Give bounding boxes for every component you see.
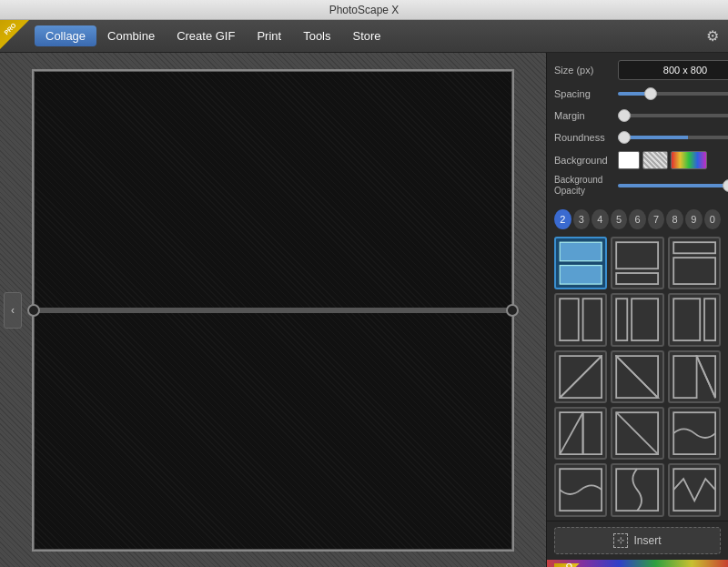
menu-item-print[interactable]: Print — [246, 25, 292, 46]
insert-button[interactable]: ⊹ Insert — [554, 527, 721, 554]
layout-2-wave3[interactable] — [611, 463, 663, 516]
svg-rect-5 — [673, 258, 715, 284]
controls-section: Size (px) % PX Spacing 25 ▲ ▼ Margin — [547, 53, 728, 206]
pro-badge: PRO — [0, 20, 29, 49]
roundness-slider[interactable] — [618, 136, 728, 139]
svg-marker-13 — [560, 356, 602, 398]
svg-rect-10 — [673, 299, 700, 341]
menubar: PRO Collage Combine Create GIF Print Too… — [0, 20, 728, 53]
roundness-row: Roundness 0 ▲ ▼ — [554, 129, 721, 146]
layout-2-equal-v[interactable] — [554, 293, 607, 346]
menu-item-tools[interactable]: Tools — [292, 25, 341, 46]
menu-item-store[interactable]: Store — [342, 25, 392, 46]
drag-handle-left[interactable] — [27, 304, 40, 317]
main-layout: ‹ Size (px) % PX Spacing — [0, 53, 728, 567]
spacing-row: Spacing 25 ▲ ▼ — [554, 86, 721, 102]
roundness-label: Roundness — [554, 132, 618, 143]
margin-label: Margin — [554, 110, 618, 121]
bg-white-swatch[interactable] — [618, 151, 640, 169]
pro-banner[interactable]: PRO PhotoScape X Pro version www.dearu.c… — [547, 560, 728, 567]
bg-opacity-row: Background Opacity — [554, 175, 721, 197]
svg-rect-8 — [617, 299, 628, 341]
bg-opacity-slider[interactable] — [618, 184, 728, 187]
svg-marker-21 — [583, 412, 602, 454]
num-tabs: 2 3 4 5 6 7 8 9 0 — [547, 206, 728, 233]
num-tab-2[interactable]: 2 — [554, 209, 571, 229]
svg-rect-11 — [704, 299, 715, 341]
layout-2-diag1[interactable] — [554, 350, 607, 403]
svg-line-18 — [696, 356, 715, 398]
bg-opacity-slider-container — [618, 184, 728, 187]
layout-2-unequal-h1[interactable] — [611, 237, 663, 289]
background-swatches — [618, 151, 721, 169]
layout-2-unequal-h2[interactable] — [668, 237, 721, 289]
svg-rect-3 — [617, 273, 659, 284]
svg-rect-2 — [617, 242, 659, 268]
layout-2-wave2[interactable] — [554, 463, 607, 516]
canvas-area: ‹ — [0, 53, 546, 567]
svg-rect-4 — [673, 242, 715, 253]
size-label: Size (px) — [554, 65, 618, 76]
layout-2-equal-h[interactable] — [554, 237, 607, 289]
svg-rect-6 — [560, 299, 579, 341]
drag-handle-right[interactable] — [506, 304, 519, 317]
bg-gradient-swatch[interactable] — [671, 151, 707, 169]
margin-slider-container — [618, 114, 728, 117]
top-panel[interactable] — [34, 71, 512, 309]
size-input[interactable] — [618, 60, 728, 80]
num-tab-7[interactable]: 7 — [648, 209, 665, 229]
layout-2-wave1[interactable] — [668, 407, 721, 460]
svg-marker-15 — [617, 356, 659, 398]
num-tab-9[interactable]: 9 — [685, 209, 703, 229]
menu-item-combine[interactable]: Combine — [96, 25, 166, 46]
num-tab-4[interactable]: 4 — [592, 209, 609, 229]
num-tab-0[interactable]: 0 — [704, 209, 722, 229]
margin-slider[interactable] — [618, 114, 728, 117]
insert-icon: ⊹ — [613, 533, 628, 548]
num-tab-6[interactable]: 6 — [629, 209, 646, 229]
window-title: PhotoScape X — [329, 4, 399, 16]
spacing-label: Spacing — [554, 88, 618, 99]
spacing-slider-container — [618, 92, 728, 96]
background-label: Background — [554, 155, 618, 166]
titlebar: PhotoScape X — [0, 0, 728, 20]
num-tab-8[interactable]: 8 — [666, 209, 683, 229]
insert-bar: ⊹ Insert — [547, 521, 728, 560]
bg-opacity-label: Background Opacity — [554, 175, 618, 197]
pro-banner-label: PRO — [555, 561, 574, 567]
pro-badge-text: PRO — [3, 22, 17, 36]
roundness-slider-container — [618, 136, 728, 139]
menu-item-create-gif[interactable]: Create GIF — [166, 25, 246, 46]
background-row: Background — [554, 151, 721, 169]
svg-marker-16 — [673, 356, 696, 398]
bottom-panel[interactable] — [34, 312, 512, 550]
collage-canvas — [32, 69, 514, 552]
margin-row: Margin 0 ▲ ▼ — [554, 107, 721, 124]
svg-rect-1 — [560, 266, 602, 285]
right-panel: Size (px) % PX Spacing 25 ▲ ▼ Margin — [546, 53, 728, 567]
gear-button[interactable]: ⚙ — [706, 27, 719, 45]
svg-rect-27 — [673, 470, 715, 511]
layout-2-unequal-v2[interactable] — [668, 293, 721, 346]
left-arrow-button[interactable]: ‹ — [4, 292, 22, 329]
num-tab-3[interactable]: 3 — [573, 209, 591, 229]
pro-banner-icon: PRO — [554, 563, 580, 567]
layout-grid — [547, 233, 728, 521]
layout-2-diag5[interactable] — [611, 407, 663, 460]
layout-2-diag3[interactable] — [668, 350, 721, 403]
svg-rect-9 — [632, 299, 658, 341]
svg-line-20 — [560, 412, 582, 454]
size-row: Size (px) % PX — [554, 60, 721, 80]
spacing-slider[interactable] — [618, 92, 728, 96]
layout-2-diag4[interactable] — [554, 407, 607, 460]
menu-item-collage[interactable]: Collage — [35, 25, 96, 46]
svg-rect-7 — [583, 299, 602, 341]
svg-rect-0 — [560, 242, 602, 261]
insert-label: Insert — [633, 534, 661, 547]
layout-2-diag2[interactable] — [611, 350, 663, 403]
num-tab-5[interactable]: 5 — [611, 209, 628, 229]
layout-2-zigzag[interactable] — [668, 463, 721, 516]
bg-pattern-swatch[interactable] — [642, 151, 668, 169]
layout-2-unequal-v1[interactable] — [611, 293, 663, 346]
svg-line-23 — [617, 412, 659, 454]
